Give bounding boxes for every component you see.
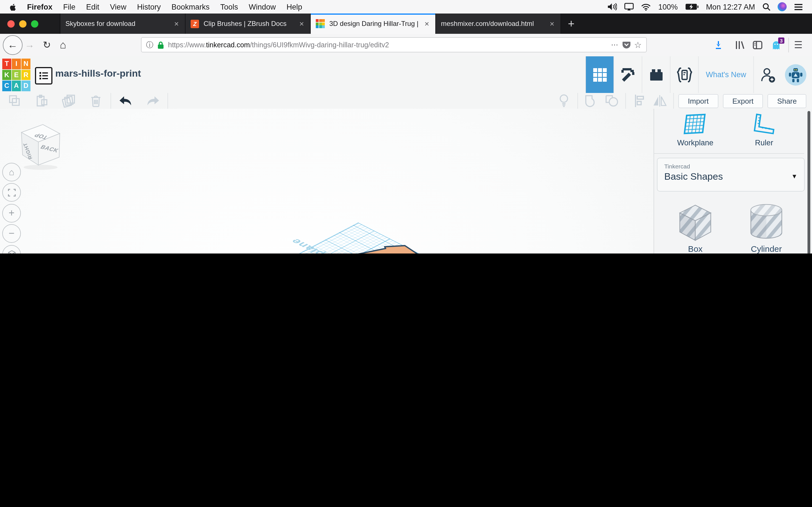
tab-skyboxes[interactable]: Skyboxes for download ×: [60, 13, 186, 34]
export-button[interactable]: Export: [723, 94, 763, 108]
wifi-icon[interactable]: [642, 3, 651, 10]
menu-bar-clock[interactable]: Mon 12:27 AM: [706, 3, 755, 11]
macos-menu-bar: Firefox File Edit View History Bookmarks…: [0, 0, 812, 13]
tinkercad-favicon: [316, 19, 325, 28]
tab-close-icon[interactable]: ×: [298, 19, 305, 28]
tab-title: Clip Brushes | ZBrush Docs: [204, 20, 294, 27]
pocket-icon[interactable]: [622, 41, 630, 49]
page-actions-icon[interactable]: ⋯: [611, 41, 618, 49]
tab-close-icon[interactable]: ×: [423, 19, 430, 28]
library-value: Basic Shapes: [664, 171, 797, 182]
tab-tinkercad-active[interactable]: 3D design Daring Hillar-Trug | T ×: [311, 13, 436, 34]
workplane-icon: [682, 113, 708, 136]
redo-icon[interactable]: [146, 94, 160, 108]
workplane-tool[interactable]: Workplane: [661, 113, 729, 147]
terrain-model[interactable]: [0, 109, 654, 253]
viewport-3d[interactable]: Workplane: [0, 109, 654, 253]
tab-meshmixer[interactable]: meshmixer.com/download.html ×: [436, 13, 561, 34]
panel-divider: [654, 153, 804, 154]
downloads-icon[interactable]: [714, 41, 723, 50]
ruler-tool-label: Ruler: [730, 138, 798, 147]
toolbar-divider: [577, 93, 578, 109]
apple-menu-icon[interactable]: [9, 3, 16, 11]
reload-button[interactable]: ↻: [43, 39, 51, 51]
account-avatar[interactable]: [785, 64, 806, 86]
screen: Firefox File Edit View History Bookmarks…: [0, 0, 812, 253]
caret-down-icon: ▾: [793, 172, 796, 180]
workplane-tool-label: Workplane: [661, 138, 729, 147]
share-button[interactable]: Share: [768, 94, 806, 108]
window-controls: [0, 13, 60, 34]
tab-title: Skyboxes for download: [65, 20, 168, 27]
paste-icon[interactable]: [35, 94, 49, 108]
show-all-icon[interactable]: [557, 94, 571, 108]
fit-view-button[interactable]: [2, 183, 21, 202]
design-properties-button[interactable]: [35, 67, 52, 84]
shape-library-dropdown[interactable]: Tinkercad Basic Shapes ▾: [657, 158, 805, 191]
spotlight-search-icon[interactable]: [762, 3, 770, 11]
mode-brick-button[interactable]: [642, 56, 670, 93]
ruler-tool[interactable]: Ruler: [730, 113, 798, 147]
menu-item-window[interactable]: Window: [249, 3, 276, 11]
toolbar-divider: [167, 93, 168, 109]
back-button[interactable]: ←: [3, 35, 22, 55]
group-icon[interactable]: [585, 94, 598, 108]
tab-close-icon[interactable]: ×: [549, 19, 555, 28]
menu-item-help[interactable]: Help: [287, 3, 302, 11]
volume-icon[interactable]: [608, 3, 617, 11]
align-icon[interactable]: [633, 94, 646, 108]
view-cube[interactable]: TOP RIGHT BACK: [9, 118, 68, 171]
shape-label: Cylinder: [732, 244, 800, 253]
forward-button[interactable]: →: [25, 40, 35, 51]
hamburger-menu-icon[interactable]: ☰: [794, 39, 803, 51]
window-close-button[interactable]: [7, 20, 15, 27]
notification-center-icon[interactable]: [794, 3, 803, 10]
menu-item-history[interactable]: History: [137, 3, 161, 11]
mirror-icon[interactable]: [653, 94, 666, 108]
menu-item-view[interactable]: View: [110, 3, 126, 11]
tab-close-icon[interactable]: ×: [173, 19, 180, 28]
import-button[interactable]: Import: [678, 94, 718, 108]
copy-icon[interactable]: [8, 94, 21, 108]
menu-item-edit[interactable]: Edit: [86, 3, 100, 11]
lock-icon: [157, 41, 164, 49]
site-info-icon[interactable]: ⓘ: [146, 40, 153, 50]
ghostery-icon[interactable]: 3: [771, 40, 781, 50]
tab-zbrush-docs[interactable]: Z Clip Brushes | ZBrush Docs ×: [186, 13, 311, 34]
battery-charging-icon[interactable]: [685, 3, 699, 10]
delete-icon[interactable]: [89, 94, 103, 108]
menu-item-firefox[interactable]: Firefox: [27, 3, 52, 11]
window-zoom-button[interactable]: [31, 20, 38, 27]
mode-codeblocks-button[interactable]: [670, 56, 698, 93]
menu-item-file[interactable]: File: [63, 3, 75, 11]
whats-new-link[interactable]: What's New: [698, 56, 753, 93]
sidebar-toggle-icon[interactable]: [753, 41, 762, 49]
browser-nav-bar: ← → ↻ ⌂ ⓘ https://www.tinkercad.com/thin…: [0, 34, 812, 57]
menu-item-bookmarks[interactable]: Bookmarks: [171, 3, 209, 11]
window-minimize-button[interactable]: [19, 20, 27, 27]
home-view-button[interactable]: ⌂: [2, 163, 21, 181]
tinkercad-logo[interactable]: T I N K E R C A D: [2, 59, 31, 91]
mode-minecraft-button[interactable]: [613, 56, 642, 93]
zoom-out-button[interactable]: −: [2, 224, 21, 243]
airplay-display-icon[interactable]: [624, 3, 634, 11]
new-tab-button[interactable]: +: [561, 13, 581, 34]
zoom-in-button[interactable]: +: [2, 204, 21, 223]
mode-3d-design-button[interactable]: [585, 56, 613, 93]
library-icon[interactable]: [735, 41, 745, 50]
duplicate-icon[interactable]: [62, 94, 75, 108]
menu-item-tools[interactable]: Tools: [220, 3, 238, 11]
siri-icon[interactable]: [777, 2, 786, 11]
shape-label: Box: [661, 244, 729, 253]
shape-cylinder-hole[interactable]: Cylinder: [732, 199, 800, 253]
ungroup-icon[interactable]: [605, 94, 619, 108]
undo-icon[interactable]: [119, 94, 133, 108]
home-button[interactable]: ⌂: [60, 39, 66, 51]
bookmark-star-icon[interactable]: ☆: [634, 40, 642, 50]
shape-box-hole[interactable]: Box: [661, 199, 729, 253]
design-title[interactable]: mars-hills-for-print: [55, 68, 141, 79]
url-bar[interactable]: ⓘ https://www.tinkercad.com/things/6UI9f…: [141, 37, 647, 52]
invite-user-button[interactable]: [753, 56, 781, 93]
url-text[interactable]: https://www.tinkercad.com/things/6UI9fkm…: [168, 41, 607, 49]
panel-scrollbar[interactable]: [808, 111, 810, 253]
